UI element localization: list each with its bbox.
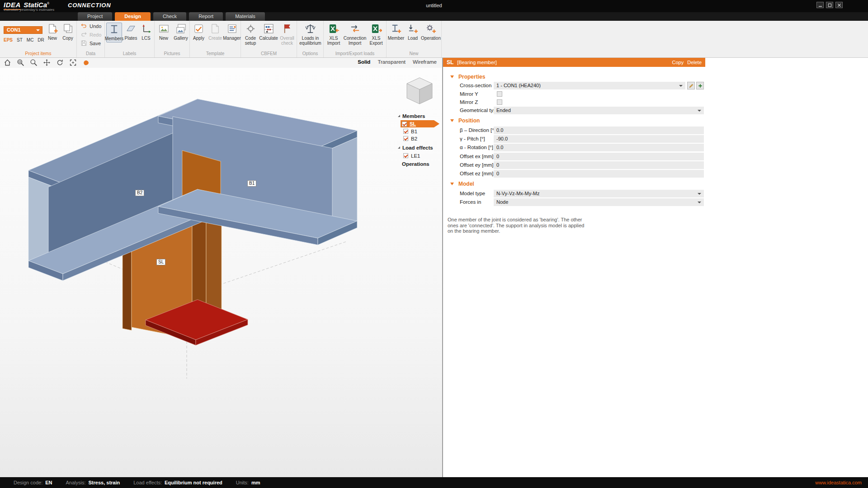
panel-delete-button[interactable]: Delete bbox=[687, 60, 702, 65]
edit-cross-section-button[interactable] bbox=[687, 82, 695, 89]
button-label: Undo bbox=[90, 23, 101, 29]
sl-left-flange[interactable] bbox=[123, 248, 132, 330]
labels-lcs-toggle[interactable]: LCS bbox=[139, 23, 153, 41]
template-create-button[interactable]: Create bbox=[207, 23, 223, 41]
offset-ez-input[interactable] bbox=[494, 170, 704, 178]
website-link[interactable]: www.ideastatica.com bbox=[815, 480, 862, 485]
mode-eps[interactable]: EPS bbox=[4, 38, 13, 42]
geometrical-type-label: Geometrical type bbox=[460, 107, 499, 114]
nav-cube[interactable] bbox=[404, 75, 435, 107]
tree-item-label: LE1 bbox=[411, 153, 420, 159]
rotate-view-icon[interactable] bbox=[56, 59, 64, 66]
offset-ey-input[interactable] bbox=[494, 161, 704, 169]
mirror-z-checkbox[interactable] bbox=[497, 99, 502, 105]
view-mode-transparent[interactable]: Transparent bbox=[377, 59, 406, 65]
tree-item-sl-selected[interactable]: SL bbox=[401, 120, 439, 127]
tab-report[interactable]: Report bbox=[189, 12, 223, 21]
section-position[interactable]: Position bbox=[450, 117, 480, 124]
button-label: Code setup bbox=[242, 36, 259, 46]
render-blob-icon[interactable] bbox=[82, 59, 90, 66]
zoom-fit-icon[interactable] bbox=[69, 59, 77, 66]
alpha-rotation-input[interactable] bbox=[494, 144, 704, 151]
picture-new-button[interactable]: New bbox=[156, 23, 172, 41]
section-properties[interactable]: Properties bbox=[450, 73, 485, 80]
xls-import-button[interactable]: XLS Import bbox=[324, 23, 344, 46]
panel-copy-button[interactable]: Copy bbox=[672, 60, 684, 65]
ribbon-tab-bar: Project Design Check Report Materials bbox=[0, 12, 868, 21]
save-button[interactable]: Save bbox=[80, 40, 104, 47]
tab-design[interactable]: Design bbox=[115, 12, 151, 21]
cross-section-select[interactable]: 1 - CON1 (HEA240) bbox=[494, 82, 685, 89]
section-model[interactable]: Model bbox=[450, 180, 474, 188]
gamma-pitch-input[interactable] bbox=[494, 135, 704, 143]
new-operation-button[interactable]: Operation bbox=[421, 23, 441, 41]
scales-icon bbox=[305, 23, 316, 34]
mode-st[interactable]: ST bbox=[17, 38, 23, 42]
status-design-code: Design code: EN bbox=[14, 480, 52, 485]
new-project-item-button[interactable]: New bbox=[45, 23, 60, 41]
tab-project[interactable]: Project bbox=[78, 12, 112, 21]
undo-button[interactable]: Undo bbox=[80, 23, 104, 29]
mode-mc[interactable]: MC bbox=[27, 38, 34, 42]
calculate-button[interactable]: Calculate bbox=[259, 23, 278, 41]
tree-header-load-effects[interactable]: Load effects bbox=[398, 144, 433, 151]
tab-check[interactable]: Check bbox=[153, 12, 186, 21]
minimize-button[interactable] bbox=[816, 2, 824, 8]
offset-ex-input[interactable] bbox=[494, 153, 704, 160]
checkbox-checked-icon[interactable] bbox=[402, 122, 407, 127]
connection-import-button[interactable]: Connection Import bbox=[344, 23, 366, 46]
close-button[interactable] bbox=[835, 2, 843, 8]
labels-plates-toggle[interactable]: Plates bbox=[123, 23, 138, 41]
beta-direction-input[interactable] bbox=[494, 127, 704, 134]
new-member-button[interactable]: Member bbox=[387, 23, 405, 41]
zoom-icon[interactable] bbox=[30, 59, 38, 66]
picture-gallery-button[interactable]: Gallery bbox=[172, 23, 189, 41]
flag-icon bbox=[282, 23, 293, 34]
status-units: Units: mm bbox=[236, 480, 260, 485]
template-manager-button[interactable]: Manager bbox=[223, 23, 241, 41]
excel-import-icon bbox=[328, 23, 340, 34]
ribbon: CON1 EPS ST MC DR New Copy Project items bbox=[0, 21, 868, 58]
view-mode-solid[interactable]: Solid bbox=[358, 59, 370, 65]
selected-member-type: [Bearing member] bbox=[457, 60, 496, 65]
labels-members-toggle[interactable]: Members bbox=[106, 23, 122, 42]
tree-item-b2[interactable]: B2 bbox=[403, 135, 417, 142]
pan-icon[interactable] bbox=[43, 59, 51, 66]
checkbox-checked-icon[interactable] bbox=[403, 153, 408, 158]
checkbox-checked-icon[interactable] bbox=[403, 129, 408, 134]
redo-button[interactable]: Redo bbox=[80, 31, 104, 38]
group-label: Data bbox=[77, 51, 104, 56]
tree-header-operations[interactable]: Operations bbox=[402, 160, 429, 167]
maximize-button[interactable] bbox=[826, 2, 833, 8]
tab-materials[interactable]: Materials bbox=[226, 12, 265, 21]
forces-in-select[interactable]: Node bbox=[494, 198, 704, 206]
tree-item-le1[interactable]: LE1 bbox=[403, 152, 420, 159]
code-setup-button[interactable]: Code setup bbox=[242, 23, 259, 46]
3d-viewport[interactable]: B2 B1 SL Members SL B1 B2 bbox=[0, 68, 442, 477]
overall-check-button[interactable]: Overall check bbox=[278, 23, 296, 46]
checkbox-checked-icon[interactable] bbox=[403, 136, 408, 141]
copy-project-item-button[interactable]: Copy bbox=[61, 23, 75, 41]
chevron-down-icon bbox=[679, 85, 683, 87]
view-mode-wireframe[interactable]: Wireframe bbox=[413, 59, 437, 65]
loads-in-equilibrium-button[interactable]: Loads in equilibrium bbox=[298, 23, 323, 46]
template-apply-button[interactable]: Apply bbox=[191, 23, 207, 41]
new-load-button[interactable]: Load bbox=[405, 23, 420, 41]
tree-item-b1[interactable]: B1 bbox=[403, 128, 417, 135]
status-analysis: Analysis: Stress, strain bbox=[66, 480, 120, 485]
member-label-b1[interactable]: B1 bbox=[247, 180, 256, 187]
add-cross-section-button[interactable] bbox=[696, 82, 704, 89]
group-label: Import/Export loads bbox=[324, 51, 386, 56]
member-label-b2[interactable]: B2 bbox=[135, 190, 144, 196]
xls-export-button[interactable]: XLS Export bbox=[366, 23, 386, 46]
geometrical-type-select[interactable]: Ended bbox=[494, 107, 704, 114]
project-item-select[interactable]: CON1 bbox=[4, 26, 42, 34]
tree-header-members[interactable]: Members bbox=[398, 113, 425, 119]
model-type-select[interactable]: N-Vy-Vz-Mx-My-Mz bbox=[494, 190, 704, 197]
section-title: Properties bbox=[458, 74, 485, 80]
home-view-icon[interactable] bbox=[4, 59, 11, 66]
mode-dr[interactable]: DR bbox=[38, 38, 44, 42]
member-label-sl[interactable]: SL bbox=[156, 259, 165, 265]
mirror-y-checkbox[interactable] bbox=[497, 91, 502, 97]
zoom-window-icon[interactable] bbox=[17, 59, 24, 66]
